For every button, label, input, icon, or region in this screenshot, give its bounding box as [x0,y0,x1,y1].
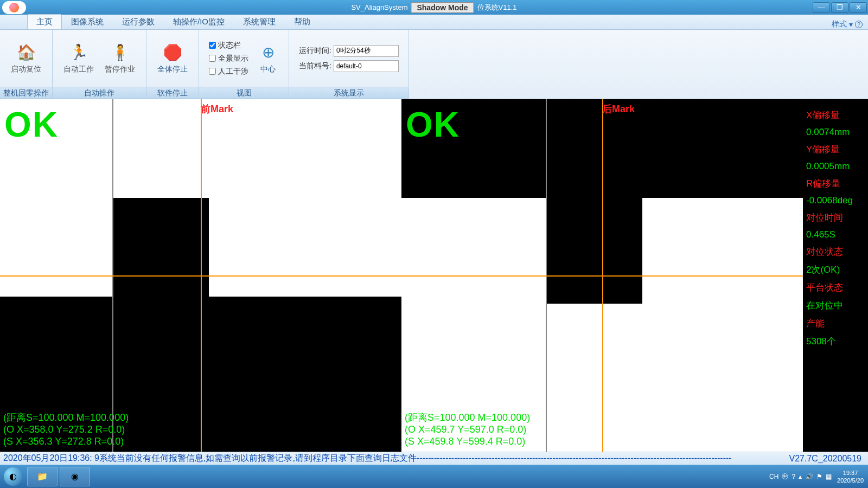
group-label-view: 视图 [199,87,289,99]
center-icon: ⊕ [258,43,278,62]
ime-icon[interactable]: ㊥ [782,472,788,481]
rear-ok-status: OK [406,105,460,145]
material-id-field [334,60,399,72]
menu-bar: 主页 图像系统 运行参数 轴操作/IO监控 系统管理 帮助 样式▾ ? [0,15,868,30]
r-offset-value: -0.0068deg [806,195,865,206]
x-offset-label: X偏移量 [806,109,865,121]
manual-intervene-checkbox[interactable]: 人工干涉 [209,67,248,76]
ribbon-toolbar: 🏠 启动复位 整机回零操作 🏃 自动工作 🧍 暂停作业 自动操作 🛑 全体停止 … [0,30,868,99]
app-icon [2,1,26,14]
x-offset-value: 0.0074mm [806,127,865,138]
version-label: V27.7C_20200519 [786,454,865,464]
tab-axis-io[interactable]: 轴操作/IO监控 [164,14,234,29]
panorama-checkbox[interactable]: 全景显示 [209,54,248,63]
throughput-label: 产能 [806,317,865,330]
front-ok-status: OK [4,105,59,145]
flag-icon[interactable]: ⚑ [816,473,822,480]
help-icon[interactable]: ? [855,21,863,28]
status-message: 2020年05月20日19:36: 9系统当前没有任何报警信息,如需查询以前报警… [3,453,732,464]
maximize-button[interactable]: ❐ [831,2,848,13]
main-view: 前Mark OK (距离S=100.000 M=100.000) (O X=35… [0,99,868,452]
auto-work-button[interactable]: 🏃 自动工作 [58,41,99,76]
offset-panel: X偏移量 0.0074mm Y偏移量 0.0005mm R偏移量 -0.0068… [803,99,868,452]
tab-image-system[interactable]: 图像系统 [62,14,113,29]
align-status-label: 对位状态 [806,246,865,258]
run-icon: 🏃 [69,43,88,62]
run-time-label: 运行时间: [299,46,331,56]
tab-home[interactable]: 主页 [27,14,62,29]
titlebar-app-left: SV_AliagnSystem [351,3,407,11]
pause-icon: 🧍 [110,43,130,62]
titlebar-app-right: 位系统V11.1 [477,3,517,12]
group-label-auto: 自动操作 [53,87,146,99]
window-titlebar: SV_AliagnSystem Shadow Mode 位系统V11.1 — ❐… [0,0,868,15]
system-clock[interactable]: 19:37 2020/5/20 [837,469,864,484]
front-cam-data: (距离S=100.000 M=100.000) (O X=358.0 Y=275… [3,412,129,447]
r-offset-label: R偏移量 [806,177,865,190]
stop-all-button[interactable]: 🛑 全体停止 [152,41,193,76]
help-tray-icon[interactable]: ? [792,473,795,480]
group-label-zero: 整机回零操作 [0,87,52,99]
chevron-up-icon[interactable]: ▴ [799,473,802,480]
run-time-field [334,45,399,57]
tab-help[interactable]: 帮助 [285,14,320,29]
volume-icon[interactable]: 🔊 [805,473,813,480]
status-bar: 2020年05月20日19:36: 9系统当前没有任何报警信息,如需查询以前报警… [0,452,868,465]
stop-icon: 🛑 [163,43,182,62]
align-status-value: 2次(OK) [806,264,865,276]
lang-indicator[interactable]: CH [769,473,778,480]
tray-icons[interactable]: CH ㊥ ? ▴ 🔊 ⚑ ▦ [769,472,832,481]
status-bar-checkbox[interactable]: 状态栏 [209,41,248,50]
platform-status-value: 在对位中 [806,299,865,312]
windows-taskbar: ◐ 📁 ◉ CH ㊥ ? ▴ 🔊 ⚑ ▦ 19:37 2020/5/20 [0,465,868,488]
home-icon: 🏠 [16,43,36,62]
rear-cam-data: (距离S=100.000 M=100.000) (O X=459.7 Y=597… [405,412,530,447]
start-button[interactable]: ◐ [0,466,26,487]
throughput-value: 5308个 [806,335,865,348]
center-button[interactable]: ⊕ 中心 [253,41,283,76]
platform-status-label: 平台状态 [806,281,865,294]
front-mark-label: 前Mark [201,102,233,115]
network-icon[interactable]: ▦ [826,473,832,480]
camera-rear[interactable]: 后Mark OK (距离S=100.000 M=100.000) (O X=45… [401,99,803,452]
app-task-button[interactable]: ◉ [60,467,90,486]
group-label-system-display: 系统显示 [289,87,409,99]
explorer-task-button[interactable]: 📁 [27,467,58,486]
align-time-label: 对位时间 [806,211,865,224]
minimize-button[interactable]: — [813,2,830,13]
shadow-mode-button[interactable]: Shadow Mode [411,2,474,13]
group-label-soft-stop: 软件停止 [146,87,199,99]
style-dropdown[interactable]: 样式▾ ? [832,20,863,29]
tab-run-params[interactable]: 运行参数 [113,14,164,29]
align-time-value: 0.465S [806,229,865,240]
y-offset-label: Y偏移量 [806,143,865,156]
close-button[interactable]: ✕ [850,2,867,13]
material-id-label: 当前料号: [299,61,331,71]
camera-front[interactable]: 前Mark OK (距离S=100.000 M=100.000) (O X=35… [0,99,401,452]
pause-job-button[interactable]: 🧍 暂停作业 [99,41,141,76]
start-reset-button[interactable]: 🏠 启动复位 [5,41,47,76]
rear-mark-label: 后Mark [602,102,635,115]
tab-system-manage[interactable]: 系统管理 [234,14,285,29]
y-offset-value: 0.0005mm [806,161,865,172]
